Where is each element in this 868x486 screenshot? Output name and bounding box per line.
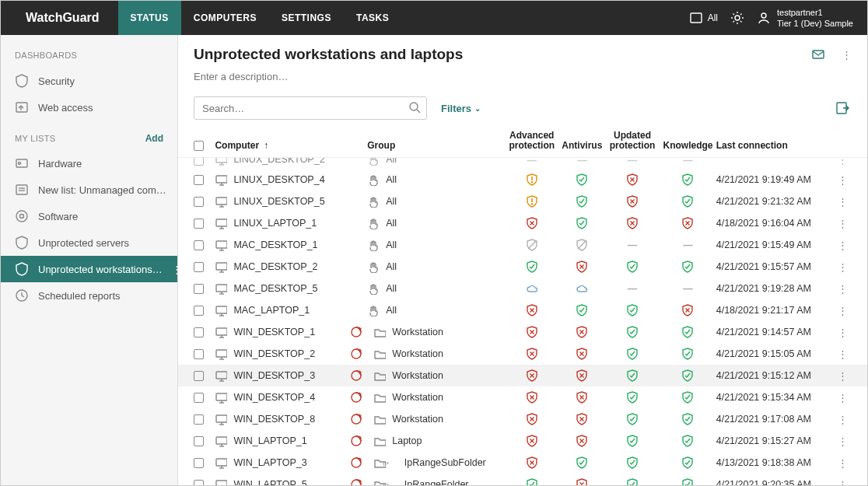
sidebar-item-new-list-unmanaged-com-[interactable]: New list: Unmanaged com…	[1, 177, 177, 203]
col-last-connection[interactable]: Last connection	[716, 140, 838, 151]
table-row[interactable]: WIN_LAPTOP_3IPIpRangeSubFolder4/13/2021 …	[178, 452, 867, 474]
row-checkbox[interactable]	[194, 158, 204, 166]
row-checkbox[interactable]	[194, 393, 204, 403]
sidebar-item-web-access[interactable]: Web access	[1, 94, 177, 121]
shield-error-icon	[576, 348, 588, 360]
shield-error-icon	[526, 348, 538, 360]
monitor-icon	[215, 369, 227, 382]
nav-computers[interactable]: COMPUTERS	[181, 1, 269, 35]
page-more-button[interactable]: ⋮	[842, 49, 852, 61]
row-more-button[interactable]: ⋮	[838, 348, 852, 360]
monitor-icon	[215, 195, 227, 208]
export-button[interactable]	[835, 100, 852, 117]
table-row[interactable]: LINUX_DESKTOP_5All4/21/2021 9:21:32 AM⋮	[178, 191, 867, 212]
mail-button[interactable]	[810, 46, 828, 63]
table-row[interactable]: WIN_LAPTOP_5IPIpRangeFolder4/21/2021 9:2…	[178, 474, 867, 486]
row-more-button[interactable]: ⋮	[838, 457, 852, 469]
table-row[interactable]: MAC_DESKTOP_2All4/21/2021 9:15:57 AM⋮	[178, 256, 867, 278]
row-checkbox[interactable]	[194, 349, 204, 359]
row-checkbox[interactable]	[194, 175, 204, 185]
table-row[interactable]: MAC_LAPTOP_1All4/18/2021 9:21:17 AM⋮	[178, 299, 867, 321]
col-antivirus[interactable]: Antivirus	[559, 140, 605, 151]
user-menu[interactable]: testpartner1 Tier 1 (Dev) Sample	[757, 7, 853, 30]
row-more-button[interactable]: ⋮	[838, 392, 852, 404]
settings-gear-button[interactable]	[729, 9, 746, 26]
row-more-button[interactable]: ⋮	[838, 327, 852, 338]
filters-button[interactable]: Filters ⌄	[441, 103, 481, 114]
sidebar-item-more[interactable]: ⋮	[172, 264, 177, 275]
table-row[interactable]: WIN_DESKTOP_1Workstation4/21/2021 9:14:5…	[178, 321, 867, 343]
shield-ok-icon	[681, 326, 694, 338]
row-checkbox[interactable]	[194, 262, 204, 272]
row-more-button[interactable]: ⋮	[838, 435, 852, 447]
row-more-button[interactable]: ⋮	[838, 479, 852, 486]
all-folders-button[interactable]: All	[689, 9, 718, 26]
shield-ok-icon	[526, 478, 538, 486]
row-checkbox[interactable]	[194, 436, 204, 446]
col-knowledge[interactable]: Knowledge	[660, 140, 716, 151]
nav-tasks[interactable]: TASKS	[344, 1, 401, 35]
table-row[interactable]: WIN_DESKTOP_8Workstation4/21/2021 9:17:0…	[178, 408, 867, 430]
table-row[interactable]: LINUX_DESKTOP_4All4/21/2021 9:19:49 AM⋮	[178, 169, 867, 191]
row-more-button[interactable]: ⋮	[838, 283, 852, 295]
row-more-button[interactable]: ⋮	[838, 158, 852, 166]
select-all-checkbox[interactable]	[194, 141, 204, 151]
row-more-button[interactable]: ⋮	[838, 370, 852, 382]
table-row[interactable]: LINUX_LAPTOP_1All4/18/2021 9:16:04 AM⋮	[178, 212, 867, 234]
sidebar-item-label: Web access	[38, 102, 93, 114]
row-more-button[interactable]: ⋮	[838, 261, 852, 273]
computer-name: LINUX_DESKTOP_2	[233, 158, 324, 165]
computer-name: WIN_LAPTOP_5	[233, 479, 306, 486]
nav-settings[interactable]: SETTINGS	[269, 1, 344, 35]
cloud-icon	[576, 282, 588, 295]
row-checkbox[interactable]	[194, 480, 204, 486]
table-row[interactable]: WIN_LAPTOP_1Laptop4/21/2021 9:15:27 AM⋮	[178, 430, 867, 452]
search-input[interactable]	[194, 96, 427, 120]
row-more-button[interactable]: ⋮	[838, 240, 852, 251]
sidebar-item-software[interactable]: Software	[1, 203, 177, 229]
add-list-button[interactable]: Add	[145, 133, 163, 144]
shield-ok-icon	[626, 478, 639, 486]
row-checkbox[interactable]	[194, 240, 204, 250]
row-more-button[interactable]: ⋮	[838, 414, 852, 425]
row-checkbox[interactable]	[194, 197, 204, 207]
col-updated-protection[interactable]: Updated protection	[605, 131, 660, 151]
mail-icon	[811, 47, 827, 61]
sidebar-item-scheduled-reports[interactable]: Scheduled reports	[1, 282, 177, 309]
row-checkbox[interactable]	[194, 219, 204, 229]
table-row[interactable]: WIN_DESKTOP_3Workstation4/21/2021 9:15:1…	[178, 365, 867, 386]
sidebar-item-unprotected-servers[interactable]: Unprotected servers	[1, 229, 177, 256]
table-row[interactable]: LINUX_DESKTOP_2All————⋮	[178, 158, 867, 169]
sidebar-item-security[interactable]: Security	[1, 68, 177, 94]
group-name: All	[386, 218, 397, 229]
group-name: All	[386, 196, 397, 207]
sidebar-item-unprotected-workstations[interactable]: Unprotected workstations…⋮	[1, 256, 177, 282]
description-input[interactable]	[178, 68, 592, 92]
row-more-button[interactable]: ⋮	[838, 174, 852, 186]
row-more-button[interactable]: ⋮	[838, 218, 852, 229]
sidebar-item-label: Unprotected workstations…	[38, 264, 163, 275]
nav-status[interactable]: STATUS	[118, 1, 181, 35]
col-computer[interactable]: Computer↑	[215, 140, 367, 151]
group-name: All	[386, 240, 397, 250]
table-row[interactable]: WIN_DESKTOP_4Workstation4/21/2021 9:15:3…	[178, 386, 867, 408]
row-checkbox[interactable]	[194, 284, 204, 294]
col-group[interactable]: Group	[367, 140, 504, 151]
row-checkbox[interactable]	[194, 327, 204, 337]
row-checkbox[interactable]	[194, 306, 204, 316]
dash-icon: —	[683, 158, 693, 166]
shield-ok-icon	[626, 304, 639, 316]
monitor-icon	[215, 282, 227, 295]
main-nav: STATUSCOMPUTERSSETTINGSTASKS	[118, 1, 402, 35]
row-more-button[interactable]: ⋮	[838, 196, 852, 208]
row-checkbox[interactable]	[194, 371, 204, 381]
col-advanced-protection[interactable]: Advanced protection	[505, 131, 560, 151]
table-row[interactable]: WIN_DESKTOP_2Workstation4/21/2021 9:15:0…	[178, 343, 867, 365]
table-row[interactable]: MAC_DESKTOP_1All——4/21/2021 9:15:49 AM⋮	[178, 234, 867, 256]
table-row[interactable]: MAC_DESKTOP_5All——4/21/2021 9:19:28 AM⋮	[178, 278, 867, 299]
row-checkbox[interactable]	[194, 458, 204, 468]
sidebar-item-hardware[interactable]: Hardware	[1, 150, 177, 177]
row-more-button[interactable]: ⋮	[838, 305, 852, 316]
computer-name: MAC_LAPTOP_1	[233, 305, 310, 316]
row-checkbox[interactable]	[194, 414, 204, 425]
